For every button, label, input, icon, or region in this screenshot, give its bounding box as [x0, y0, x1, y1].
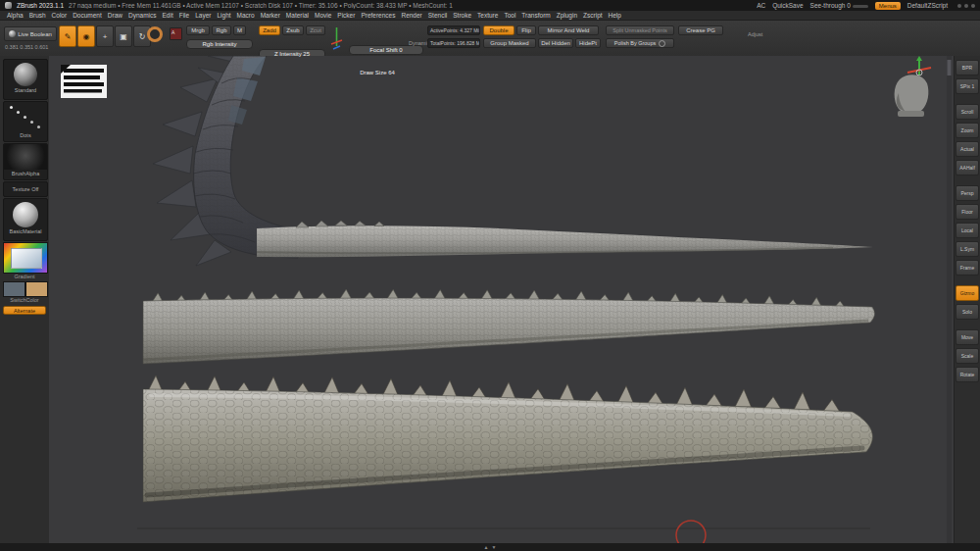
menu-macro[interactable]: Macro [234, 12, 258, 19]
right-shelf-bpr[interactable]: BPR [956, 60, 979, 75]
right-shelf-local[interactable]: Local [956, 223, 979, 238]
live-boolean-button[interactable]: Live Boolean [4, 26, 57, 41]
menu-document[interactable]: Document [70, 12, 105, 19]
hidept-button[interactable]: HidePt [575, 38, 601, 48]
polish-by-groups-button[interactable]: Polish By Groups [606, 38, 674, 48]
active-points-readout: ActivePoints: 4.327 Mil [427, 25, 480, 35]
menu-picker[interactable]: Picker [334, 12, 358, 19]
alternate-color-button[interactable]: Alternate [3, 306, 46, 315]
alpha-selector[interactable]: BrushAlpha [3, 143, 48, 180]
menu-alpha[interactable]: Alpha [4, 12, 26, 19]
menu-material[interactable]: Material [283, 12, 312, 19]
menu-stencil[interactable]: Stencil [425, 12, 451, 19]
menu-render[interactable]: Render [398, 12, 424, 19]
menu-movie[interactable]: Movie [312, 12, 334, 19]
material-selector[interactable]: BasicMaterial [3, 198, 48, 241]
window-controls[interactable] [955, 4, 975, 8]
divider-down-icon[interactable]: ▼ [492, 544, 497, 550]
primary-color-swatch[interactable] [3, 281, 25, 297]
menu-edit[interactable]: Edit [160, 12, 176, 19]
zsub-button[interactable]: Zsub [282, 25, 304, 35]
menu-transform[interactable]: Transform [518, 12, 553, 19]
transform-gizmo-icon[interactable] [907, 56, 931, 75]
menu-file[interactable]: File [176, 12, 192, 19]
menu-brush[interactable]: Brush [26, 12, 49, 19]
color-picker[interactable] [3, 242, 48, 274]
menu-layer[interactable]: Layer [192, 12, 214, 19]
move-mode-button[interactable]: + [96, 25, 114, 47]
window-dot-icon[interactable] [971, 4, 975, 8]
document-canvas[interactable] [49, 56, 954, 543]
right-shelf-solo[interactable]: Solo [956, 304, 979, 320]
zadd-button[interactable]: Zadd [259, 25, 280, 35]
bottom-bar: ▲ ▼ [0, 543, 980, 551]
crease-pg-button[interactable]: Crease PG [678, 25, 723, 35]
see-through-track[interactable] [853, 5, 868, 8]
draw-size-slider[interactable]: Draw Size 64 [349, 68, 406, 77]
mirror-and-weld-button[interactable]: Mirror And Weld [538, 25, 599, 35]
scale-mode-button[interactable]: ▣ [115, 25, 132, 47]
window-dot-icon[interactable] [957, 4, 961, 8]
mrgb-button[interactable]: Mrgb [186, 25, 210, 35]
sculptris-pro-button[interactable] [147, 26, 163, 42]
split-unmasked-points-button[interactable]: Split Unmasked Points [606, 25, 674, 35]
focal-shift-slider[interactable]: Focal Shift 0 [349, 45, 423, 55]
double-button[interactable]: Double [483, 25, 514, 35]
m-button[interactable]: M [233, 25, 246, 35]
divider-up-icon[interactable]: ▲ [484, 544, 489, 550]
right-shelf-persp[interactable]: Persp [956, 185, 979, 201]
right-shelf-move[interactable]: Move [956, 329, 979, 345]
stroke-selector[interactable]: Dots [3, 101, 48, 142]
menus-toggle-button[interactable]: Menus [875, 2, 901, 10]
canvas-scrollbar[interactable] [947, 56, 952, 543]
right-shelf-scroll[interactable]: Scroll [956, 104, 979, 120]
right-shelf-floor[interactable]: Floor [956, 204, 979, 220]
polish-mode-dot-icon[interactable] [659, 40, 665, 47]
menu-preferences[interactable]: Preferences [358, 12, 398, 19]
right-shelf-zoom[interactable]: Zoom [956, 123, 979, 138]
menu-texture[interactable]: Texture [474, 12, 501, 19]
menu-tool[interactable]: Tool [501, 12, 518, 19]
edit-mode-button[interactable]: ✎ [59, 25, 76, 47]
zbrush-logo-icon [5, 2, 12, 9]
ac-indicator[interactable]: AC [757, 2, 765, 9]
menu-dynamics[interactable]: Dynamics [125, 12, 160, 19]
menu-draw[interactable]: Draw [105, 12, 125, 19]
right-shelf-frame[interactable]: Frame [956, 260, 979, 276]
right-shelf-rotate[interactable]: Rotate [956, 367, 979, 382]
color-picker-inner[interactable] [11, 248, 42, 269]
quicksave-button[interactable]: QuickSave [772, 2, 803, 9]
brush-selector[interactable]: Standard [3, 59, 48, 100]
right-shelf-l-sym[interactable]: L.Sym [956, 241, 979, 257]
flip-button[interactable]: Flip [516, 25, 536, 35]
menu-zscript[interactable]: Zscript [580, 12, 606, 19]
right-shelf-spix-1[interactable]: SPix 1 [956, 78, 979, 94]
default-zscript-button[interactable]: DefaultZScript [907, 2, 948, 9]
tool-mode-buttons: ✎◉+▣↻ [59, 25, 152, 45]
draw-mode-button[interactable]: ◉ [77, 25, 95, 47]
zcut-button[interactable]: Zcut [306, 25, 325, 35]
z-intensity-slider[interactable]: Z Intensity 25 [259, 49, 325, 59]
right-shelf-scale[interactable]: Scale [956, 348, 979, 364]
see-through-slider[interactable]: See-through 0 [810, 2, 868, 9]
menu-help[interactable]: Help [606, 12, 624, 19]
menu-light[interactable]: Light [214, 12, 233, 19]
secondary-color-swatch[interactable] [25, 281, 48, 297]
del-hidden-button[interactable]: Del Hidden [538, 38, 573, 48]
menu-color[interactable]: Color [49, 12, 71, 19]
group-masked-button[interactable]: Group Masked [483, 38, 536, 48]
right-shelf-aahalf[interactable]: AAHalf [956, 160, 979, 175]
switch-color-label[interactable]: SwitchColor [3, 297, 46, 303]
app-title: ZBrush 2023.1.1 [17, 2, 64, 9]
right-shelf-actual[interactable]: Actual [956, 141, 979, 157]
right-shelf-gizmo[interactable]: Gizmo [956, 285, 979, 301]
top-shelf: Live Boolean 0.381 0.351 0.601 ✎◉+▣↻ A M… [0, 21, 980, 57]
rgb-intensity-slider[interactable]: Rgb Intensity [186, 39, 253, 49]
menu-stroke[interactable]: Stroke [450, 12, 474, 19]
menu-marker[interactable]: Marker [258, 12, 283, 19]
window-dot-icon[interactable] [964, 4, 968, 8]
active-color-swatch[interactable]: A [170, 27, 182, 40]
texture-selector[interactable]: Texture Off [3, 181, 48, 197]
menu-zplugin[interactable]: Zplugin [554, 12, 580, 19]
rgb-button[interactable]: Rgb [212, 25, 231, 35]
